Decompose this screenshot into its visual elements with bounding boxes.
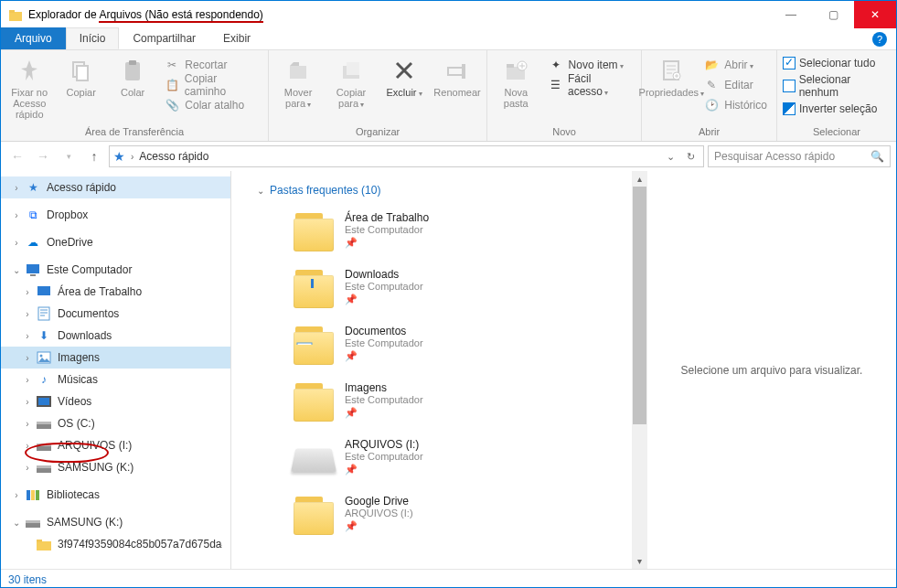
cut-button[interactable]: ✂Recortar xyxy=(161,56,262,74)
properties-button[interactable]: Propriedades xyxy=(647,52,695,100)
paste-shortcut-button[interactable]: 📎Colar atalho xyxy=(161,96,262,114)
move-to-button[interactable]: Mover para xyxy=(274,52,322,111)
list-item[interactable]: ARQUIVOS (I:)Este Computador📌 xyxy=(248,433,632,489)
search-icon: 🔍 xyxy=(870,150,884,163)
pictures-icon xyxy=(36,349,52,366)
nav-up-button[interactable]: ↑ xyxy=(83,145,105,167)
nav-samsung-root[interactable]: ⌄SAMSUNG (K:) xyxy=(1,511,230,533)
app-icon xyxy=(8,7,23,22)
svg-rect-23 xyxy=(38,398,49,405)
svg-rect-18 xyxy=(37,286,50,295)
move-label: Mover para xyxy=(274,87,322,111)
ribbon-group-select: Selecionar tudo Selecionar nenhum Invert… xyxy=(777,50,896,141)
item-name: Imagens xyxy=(345,381,423,394)
rename-button[interactable]: Renomear xyxy=(433,52,481,98)
dropbox-icon: ⧉ xyxy=(25,207,41,223)
paste-button[interactable]: Colar xyxy=(110,52,155,98)
list-item[interactable]: DocumentosEste Computador📌 xyxy=(248,319,632,376)
tab-file[interactable]: Arquivo xyxy=(1,27,66,49)
edit-button[interactable]: ✎Editar xyxy=(700,76,771,94)
list-item[interactable]: Área de TrabalhoEste Computador📌 xyxy=(248,206,632,262)
nav-drive-i[interactable]: ›ARQUIVOS (I:) xyxy=(1,434,230,456)
list-item[interactable]: Google DriveARQUIVOS (I:)📌 xyxy=(248,489,632,546)
delete-button[interactable]: Excluir xyxy=(380,52,428,100)
delete-icon xyxy=(390,56,419,85)
invert-selection-button[interactable]: Inverter seleção xyxy=(783,102,891,116)
nav-documents[interactable]: ›Documentos xyxy=(1,303,230,325)
list-scrollbar[interactable]: ▴ ▾ xyxy=(632,171,647,569)
nav-downloads-label: Downloads xyxy=(58,329,112,342)
copy-button[interactable]: Copiar xyxy=(58,52,103,98)
close-button[interactable]: ✕ xyxy=(854,1,896,28)
tab-home[interactable]: Início xyxy=(66,27,120,49)
paste-label: Colar xyxy=(121,87,144,98)
breadcrumb[interactable]: Acesso rápido xyxy=(139,150,208,163)
nav-onedrive[interactable]: ›☁OneDrive xyxy=(1,231,230,253)
nav-long-folder[interactable]: 3f974f9359084c85b057a7d675da472f xyxy=(1,533,230,555)
list-item[interactable]: ImagensEste Computador📌 xyxy=(248,376,632,433)
frequent-folders-header[interactable]: ⌄ Pastas frequentes (10) xyxy=(248,178,632,206)
nav-recent-button[interactable]: ▾ xyxy=(58,145,80,167)
scroll-down-icon[interactable]: ▾ xyxy=(632,553,647,569)
pin-to-quick-access-button[interactable]: Fixar no Acesso rápido xyxy=(6,52,52,120)
address-input[interactable]: ★ › Acesso rápido ⌄ ↻ xyxy=(109,145,704,167)
nav-dropbox[interactable]: ›⧉Dropbox xyxy=(1,204,230,226)
svg-rect-36 xyxy=(37,540,42,542)
title-bar: Explorador de Arquivos (Não está respond… xyxy=(1,1,896,28)
nav-drive-c[interactable]: ›OS (C:) xyxy=(1,412,230,434)
new-item-icon: ✦ xyxy=(549,58,563,72)
item-location: Este Computador xyxy=(345,224,429,235)
nav-forward-button[interactable]: → xyxy=(32,145,54,167)
nav-quick-access[interactable]: ›★Acesso rápido xyxy=(1,176,230,198)
copy-to-button[interactable]: Copiar para xyxy=(327,52,375,111)
nav-back-button[interactable]: ← xyxy=(6,145,28,167)
tab-view[interactable]: Exibir xyxy=(209,27,264,49)
nav-this-pc[interactable]: ⌄Este Computador xyxy=(1,259,230,281)
folder-icon xyxy=(294,325,334,365)
minimize-button[interactable]: — xyxy=(770,1,812,28)
folder-icon xyxy=(36,536,52,552)
copy-label: Copiar xyxy=(66,87,95,98)
svg-rect-38 xyxy=(297,343,312,345)
open-button[interactable]: 📂Abrir xyxy=(700,56,771,74)
search-input[interactable]: Pesquisar Acesso rápido 🔍 xyxy=(708,145,891,167)
scroll-thumb[interactable] xyxy=(633,187,646,424)
ribbon-group-new: Nova pasta ✦Novo item ☰Fácil acesso Novo xyxy=(487,50,642,141)
item-name: Área de Trabalho xyxy=(345,211,429,224)
history-label: Histórico xyxy=(724,99,767,112)
refresh-button[interactable]: ↻ xyxy=(681,147,699,166)
ribbon-group-organize: Mover para Copiar para Excluir Renomear … xyxy=(269,50,487,141)
item-count: 30 itens xyxy=(8,573,47,586)
drive-icon xyxy=(36,415,52,432)
open-icon: 📂 xyxy=(704,58,719,72)
onedrive-icon: ☁ xyxy=(25,234,41,251)
nav-downloads[interactable]: ›⬇Downloads xyxy=(1,325,230,347)
nav-libraries[interactable]: ›Bibliotecas xyxy=(1,484,230,506)
history-button[interactable]: 🕑Histórico xyxy=(700,96,771,114)
select-none-label: Selecionar nenhum xyxy=(799,73,891,99)
new-item-button[interactable]: ✦Novo item xyxy=(545,56,636,74)
select-all-button[interactable]: Selecionar tudo xyxy=(783,56,891,70)
copy-to-label: Copiar para xyxy=(327,87,375,111)
scroll-up-icon[interactable]: ▴ xyxy=(632,171,647,187)
svg-rect-12 xyxy=(507,64,514,68)
tab-share[interactable]: Compartilhar xyxy=(119,27,209,49)
item-location: Este Computador xyxy=(345,281,423,292)
copy-path-button[interactable]: 📋Copiar caminho xyxy=(161,76,262,94)
help-button[interactable]: ? xyxy=(872,32,887,47)
navigation-pane: ›★Acesso rápido ›⧉Dropbox ›☁OneDrive ⌄Es… xyxy=(1,171,231,569)
edit-icon: ✎ xyxy=(704,78,719,92)
new-folder-button[interactable]: Nova pasta xyxy=(493,52,539,109)
nav-samsung-label: SAMSUNG (K:) xyxy=(58,461,133,474)
maximize-button[interactable]: ▢ xyxy=(812,1,854,28)
nav-videos[interactable]: ›Vídeos xyxy=(1,390,230,412)
copy-path-label: Copiar caminho xyxy=(185,72,259,98)
nav-pictures[interactable]: ›Imagens xyxy=(1,347,230,369)
easy-access-button[interactable]: ☰Fácil acesso xyxy=(545,76,636,94)
nav-drive-k[interactable]: ›SAMSUNG (K:) xyxy=(1,456,230,478)
nav-desktop[interactable]: ›Área de Trabalho xyxy=(1,281,230,303)
select-none-button[interactable]: Selecionar nenhum xyxy=(783,72,891,100)
nav-music[interactable]: ›♪Músicas xyxy=(1,369,230,390)
address-dropdown-button[interactable]: ⌄ xyxy=(661,147,679,166)
list-item[interactable]: DownloadsEste Computador📌 xyxy=(248,262,632,319)
